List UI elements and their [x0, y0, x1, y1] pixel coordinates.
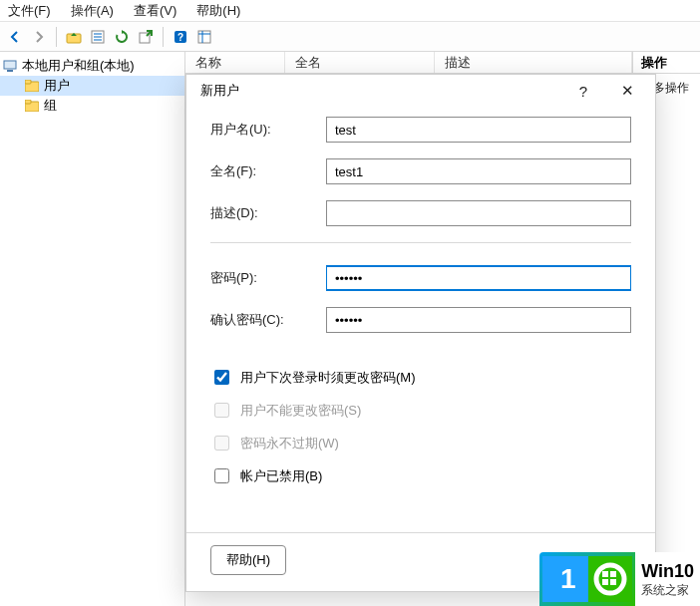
svg-rect-15: [25, 80, 31, 84]
tree-root[interactable]: 本地用户和组(本地): [0, 56, 184, 76]
separator: [210, 242, 631, 243]
refresh-button[interactable]: [111, 26, 133, 48]
label-password: 密码(P):: [210, 269, 326, 287]
chk-disabled[interactable]: [214, 468, 229, 483]
svg-rect-25: [610, 579, 616, 585]
svg-rect-13: [7, 70, 13, 72]
tree-panel: 本地用户和组(本地) 用户 组: [0, 52, 185, 606]
label-username: 用户名(U):: [210, 121, 326, 139]
input-description[interactable]: [326, 200, 631, 226]
watermark-text: Win10 系统之家: [641, 560, 700, 598]
help-button[interactable]: ?: [170, 26, 191, 48]
dialog-body: 用户名(U): 全名(F): 描述(D): 密码(P): 确认密码(C): 用户…: [186, 107, 655, 532]
toolbar-separator: [56, 27, 57, 47]
lbl-chk-disabled[interactable]: 帐户已禁用(B): [240, 467, 322, 485]
input-username[interactable]: [326, 117, 631, 143]
list-icon: [197, 30, 211, 44]
back-icon: [8, 30, 22, 44]
col-name[interactable]: 名称: [185, 52, 285, 73]
svg-rect-9: [198, 31, 210, 43]
svg-rect-23: [610, 571, 616, 577]
row-chk-disabled: 帐户已禁用(B): [210, 465, 631, 486]
forward-icon: [32, 30, 46, 44]
svg-rect-22: [602, 571, 608, 577]
chk-cannotchange: [214, 403, 229, 418]
input-password[interactable]: [326, 265, 631, 291]
col-description[interactable]: 描述: [435, 52, 632, 73]
refresh-icon: [115, 30, 129, 44]
dialog-footer-help-label: 帮助(H): [226, 551, 270, 569]
dialog-footer-help-button[interactable]: 帮助(H): [210, 545, 286, 575]
forward-button[interactable]: [28, 26, 50, 48]
lbl-chk-cannotchange: 用户不能更改密码(S): [240, 402, 361, 420]
close-icon: ✕: [621, 82, 634, 100]
row-username: 用户名(U):: [210, 117, 631, 143]
actions-header: 操作: [633, 52, 700, 74]
menu-action[interactable]: 操作(A): [63, 0, 122, 22]
col-fullname[interactable]: 全名: [285, 52, 435, 73]
dialog-close-button[interactable]: ✕: [605, 77, 649, 105]
tree-root-label: 本地用户和组(本地): [22, 57, 135, 75]
svg-rect-17: [25, 100, 31, 104]
back-button[interactable]: [4, 26, 26, 48]
svg-rect-24: [602, 579, 608, 585]
tree-groups-label: 组: [44, 97, 57, 115]
dialog-title: 新用户: [200, 82, 239, 100]
row-password: 密码(P):: [210, 265, 631, 291]
label-fullname: 全名(F):: [210, 162, 326, 180]
folder-up-icon: [66, 30, 82, 44]
dialog-titlebar: 新用户 ? ✕: [186, 75, 655, 107]
watermark-line2: 系统之家: [641, 583, 694, 598]
row-chk-cannotchange: 用户不能更改密码(S): [210, 400, 631, 421]
tree-users-label: 用户: [44, 77, 70, 95]
svg-text:?: ?: [177, 32, 183, 43]
chk-mustchange[interactable]: [214, 370, 229, 385]
computer-icon: [2, 58, 18, 74]
properties-icon: [91, 30, 105, 44]
lbl-chk-neverexpire: 密码永不过期(W): [240, 435, 339, 453]
row-fullname: 全名(F):: [210, 158, 631, 184]
menu-bar: 文件(F) 操作(A) 查看(V) 帮助(H): [0, 0, 700, 22]
export-button[interactable]: [135, 26, 157, 48]
lbl-chk-mustchange[interactable]: 用户下次登录时须更改密码(M): [240, 369, 416, 387]
toolbar-separator: [163, 27, 164, 47]
properties-button[interactable]: [87, 26, 109, 48]
watermark-line1: Win10: [641, 560, 694, 583]
watermark-badge: 1: [539, 552, 635, 606]
list-view-button[interactable]: [193, 26, 215, 48]
input-confirm-password[interactable]: [326, 307, 631, 333]
export-icon: [139, 30, 153, 44]
row-chk-neverexpire: 密码永不过期(W): [210, 433, 631, 454]
help-icon: ?: [174, 30, 187, 44]
tree-groups[interactable]: 组: [0, 96, 184, 116]
tree-users[interactable]: 用户: [0, 76, 184, 96]
list-header: 名称 全名 描述: [185, 52, 632, 74]
folder-icon: [24, 78, 40, 94]
input-fullname[interactable]: [326, 158, 631, 184]
toolbar: ?: [0, 22, 700, 52]
row-description: 描述(D):: [210, 200, 631, 226]
label-description: 描述(D):: [210, 204, 326, 222]
svg-rect-12: [4, 61, 16, 69]
folder-icon: [24, 98, 40, 114]
new-user-dialog: 新用户 ? ✕ 用户名(U): 全名(F): 描述(D): 密码(P): 确认密…: [185, 74, 656, 592]
dialog-help-button[interactable]: ?: [561, 77, 605, 105]
menu-help[interactable]: 帮助(H): [188, 0, 248, 22]
row-confirm-password: 确认密码(C):: [210, 307, 631, 333]
label-confirm-password: 确认密码(C):: [210, 311, 326, 329]
up-button[interactable]: [63, 26, 85, 48]
svg-text:1: 1: [560, 563, 577, 594]
watermark: 1 Win10 系统之家: [539, 552, 700, 606]
question-icon: ?: [579, 83, 587, 100]
chk-neverexpire: [214, 436, 229, 451]
menu-view[interactable]: 查看(V): [126, 0, 184, 22]
row-chk-mustchange: 用户下次登录时须更改密码(M): [210, 367, 631, 388]
menu-file[interactable]: 文件(F): [0, 0, 59, 22]
